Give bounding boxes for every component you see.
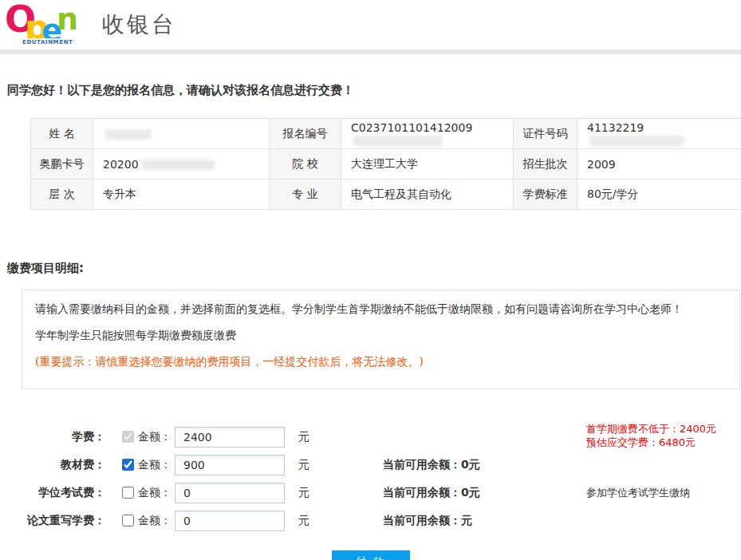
amount-label: 金额：: [138, 430, 171, 444]
name-value: [93, 119, 270, 149]
enrollment-info-table: 姓 名 报名编号 C0237101101412009 证件号码 41132219…: [30, 118, 741, 210]
tuition-fee-row: 学费： 金额： 元: [0, 423, 741, 451]
textbook-amount-input[interactable]: [175, 455, 285, 475]
tuition-amount-input[interactable]: [175, 427, 285, 448]
card-number-text: 20200: [103, 158, 139, 171]
open-logo-letters: Open: [5, 1, 78, 37]
degree-exam-balance-text: 当前可用余额：0元: [383, 486, 480, 500]
textbook-fee-label: 教材费：: [0, 458, 105, 472]
payment-detail-heading: 缴费项目明细:: [7, 261, 741, 276]
notice-line-2: 学年制学生只能按照每学期缴费额度缴费: [35, 328, 727, 343]
textbook-fee-checkbox[interactable]: [122, 459, 134, 471]
thesis-rewrite-fee-checkbox[interactable]: [122, 515, 134, 526]
degree-exam-fee-row: 学位考试费： 金额： 元 当前可用余额：0元 参加学位考试学生缴纳: [0, 479, 741, 507]
greeting-text: 同学您好！以下是您的报名信息，请确认对该报名信息进行交费！: [7, 83, 741, 98]
amount-label: 金额：: [138, 514, 171, 528]
thesis-rewrite-fee-row: 论文重写学费： 金额： 元 当前可用余额：元: [0, 507, 741, 534]
amount-label: 金额：: [138, 458, 171, 472]
card-number-value: 20200: [93, 149, 270, 179]
tuition-fee-label: 学费：: [0, 430, 105, 444]
id-number-value: 41132219: [577, 119, 741, 149]
notice-box: 请输入需要缴纳科目的金额，并选择前面的复选框。学分制学生首学期缴纳不能低于缴纳限…: [22, 290, 740, 389]
degree-exam-amount-input[interactable]: [175, 483, 285, 503]
fee-form: 首学期缴费不低于：2400元 预估应交学费：6480元 学费： 金额： 元 教材…: [0, 423, 741, 534]
level-label: 层 次: [31, 179, 93, 210]
batch-label: 招生批次: [514, 149, 577, 179]
thesis-rewrite-amount-input[interactable]: [175, 511, 285, 531]
redacted-card-blob: [141, 160, 215, 170]
thesis-rewrite-balance-text: 当前可用余额：元: [383, 514, 472, 528]
textbook-fee-row: 教材费： 金额： 元 当前可用余额：0元: [0, 451, 741, 479]
thesis-rewrite-fee-label: 论文重写学费：: [0, 514, 105, 528]
degree-exam-fee-checkbox[interactable]: [122, 487, 134, 499]
name-label: 姓 名: [31, 119, 93, 149]
amount-label: 金额：: [138, 486, 171, 500]
header-divider: [0, 49, 741, 54]
registration-number-value: C0237101101412009: [341, 119, 514, 149]
major-value: 电气工程及其自动化: [341, 179, 514, 210]
open-logo: Open EDUTAINMENT: [5, 1, 78, 49]
degree-exam-note: 参加学位考试学生缴纳: [586, 486, 690, 500]
table-row: 奥鹏卡号 20200 院 校 大连理工大学 招生批次 2009: [31, 149, 741, 179]
tuition-standard-label: 学费标准: [514, 179, 577, 210]
id-number-text: 41132219: [587, 121, 644, 134]
header: Open EDUTAINMENT 收银台: [0, 0, 741, 49]
redacted-name-blob: [105, 129, 152, 140]
tuition-standard-value: 80元/学分: [577, 179, 741, 210]
logo-tagline: EDUTAINMENT: [21, 38, 74, 46]
page-title: 收银台: [102, 10, 176, 40]
id-number-label: 证件号码: [514, 119, 577, 149]
tuition-fee-checkbox[interactable]: [122, 431, 134, 443]
major-label: 专 业: [270, 179, 341, 210]
table-row: 姓 名 报名编号 C0237101101412009 证件号码 41132219: [31, 119, 741, 149]
notice-warning: (重要提示：请慎重选择您要缴纳的费用项目，一经提交付款后，将无法修改。): [35, 354, 727, 369]
university-label: 院 校: [270, 149, 341, 179]
notice-line-1: 请输入需要缴纳科目的金额，并选择前面的复选框。学分制学生首学期缴纳不能低于缴纳限…: [35, 302, 727, 317]
degree-exam-fee-label: 学位考试费：: [0, 486, 105, 500]
level-value: 专升本: [93, 179, 270, 210]
textbook-balance-text: 当前可用余额：0元: [383, 458, 480, 472]
pay-button[interactable]: 付 款: [332, 550, 410, 560]
registration-number-text: C0237101101412009: [351, 121, 472, 134]
university-value: 大连理工大学: [341, 149, 514, 179]
card-number-label: 奥鹏卡号: [31, 149, 93, 179]
yuan-unit: 元: [298, 458, 309, 472]
logo-letter-n: n: [57, 4, 78, 34]
batch-value: 2009: [577, 149, 741, 179]
table-row: 层 次 专升本 专 业 电气工程及其自动化 学费标准 80元/学分: [31, 179, 741, 210]
yuan-unit: 元: [298, 430, 309, 444]
yuan-unit: 元: [298, 486, 309, 500]
registration-number-label: 报名编号: [270, 119, 341, 149]
redacted-registration-blob: [353, 136, 443, 146]
yuan-unit: 元: [298, 514, 309, 528]
redacted-id-blob: [589, 136, 684, 146]
